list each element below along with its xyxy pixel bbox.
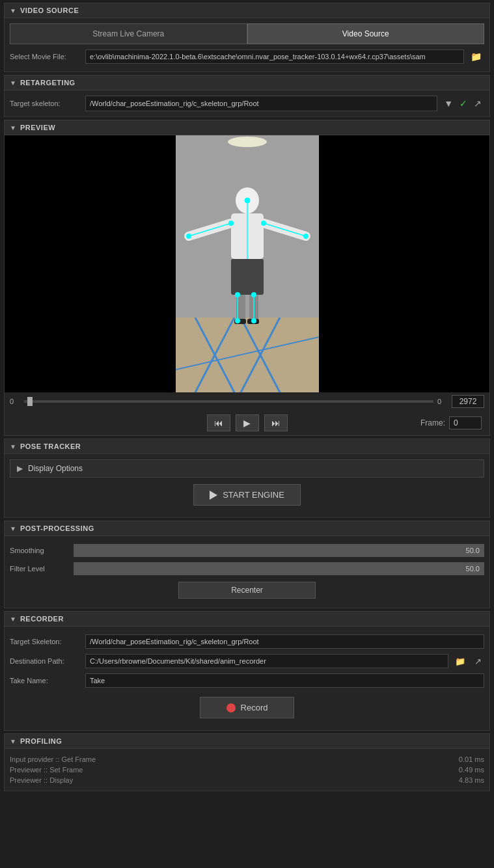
record-btn[interactable]: Record bbox=[200, 697, 295, 718]
recorder-target-label: Target Skeleton: bbox=[10, 638, 81, 645]
record-row: Record bbox=[10, 690, 484, 725]
play-btn[interactable]: ▶ bbox=[236, 414, 259, 431]
recorder-arrow: ▼ bbox=[10, 616, 16, 623]
profiling-body: Input provider :: Get Frame 0.01 ms Prev… bbox=[5, 749, 489, 791]
retargeting-title: RETARGETING bbox=[20, 79, 75, 87]
video-source-body: Stream Live Camera Video Source Select M… bbox=[5, 18, 489, 72]
video-source-section: ▼ VIDEO SOURCE Stream Live Camera Video … bbox=[4, 3, 490, 72]
pose-tracker-header[interactable]: ▼ POSE TRACKER bbox=[5, 439, 489, 454]
frame-label: Frame: bbox=[420, 418, 445, 427]
skeleton-check-icon: ✓ bbox=[460, 98, 467, 109]
recorder-take-label: Take Name: bbox=[10, 677, 81, 685]
profiling-header[interactable]: ▼ PROFILING bbox=[5, 734, 489, 749]
profiling-row-1: Previewer :: Set Frame 0.49 ms bbox=[10, 765, 484, 775]
prev-frame-btn[interactable]: ⏮ bbox=[207, 414, 230, 431]
recorder-title: RECORDER bbox=[20, 615, 64, 623]
pose-tracker-body: ▶ Display Options START ENGINE bbox=[5, 454, 489, 517]
start-engine-row: START ENGINE bbox=[10, 478, 484, 512]
video-source-tab[interactable]: Video Source bbox=[247, 23, 485, 44]
filter-slider[interactable]: 50.0 bbox=[74, 562, 484, 575]
retargeting-section: ▼ RETARGETING Target skeleton: ▼ ✓ ↗ bbox=[4, 75, 490, 117]
start-engine-btn[interactable]: START ENGINE bbox=[193, 484, 301, 506]
preview-header[interactable]: ▼ PREVIEW bbox=[5, 120, 489, 135]
recorder-section: ▼ RECORDER Target Skeleton: /World/char_… bbox=[4, 611, 490, 731]
profiling-label-2: Previewer :: Display bbox=[10, 776, 73, 784]
smoothing-slider[interactable]: 50.0 bbox=[74, 544, 484, 557]
total-frame: 2972 bbox=[452, 395, 484, 408]
filter-value: 50.0 bbox=[466, 565, 480, 573]
post-processing-body: Smoothing 50.0 Filter Level 50.0 Recente… bbox=[5, 536, 489, 608]
display-options-arrow-icon: ▶ bbox=[17, 464, 23, 473]
profiling-value-2: 4.83 ms bbox=[459, 776, 484, 784]
record-label: Record bbox=[241, 703, 268, 712]
frame-value-input[interactable] bbox=[449, 416, 482, 429]
video-source-title: VIDEO SOURCE bbox=[20, 7, 79, 14]
target-skeleton-input[interactable] bbox=[85, 96, 437, 111]
retargeting-body: Target skeleton: ▼ ✓ ↗ bbox=[5, 90, 489, 116]
skeleton-dropdown-btn[interactable]: ▼ bbox=[441, 97, 456, 110]
profiling-row-2: Previewer :: Display 4.83 ms bbox=[10, 775, 484, 785]
recorder-dest-label: Destination Path: bbox=[10, 657, 81, 665]
start-engine-label: START ENGINE bbox=[223, 490, 284, 500]
svg-rect-13 bbox=[231, 259, 264, 295]
smoothing-fill bbox=[74, 545, 484, 556]
movie-file-input[interactable] bbox=[85, 49, 464, 64]
movie-file-label: Select Movie File: bbox=[10, 53, 81, 61]
recorder-header[interactable]: ▼ RECORDER bbox=[5, 612, 489, 627]
frame-label-group: Frame: bbox=[420, 416, 482, 429]
scrubber-thumb[interactable] bbox=[27, 397, 33, 406]
recorder-take-row: Take Name: bbox=[10, 671, 484, 690]
video-source-header[interactable]: ▼ VIDEO SOURCE bbox=[5, 3, 489, 18]
video-source-arrow: ▼ bbox=[10, 7, 16, 14]
profiling-value-0: 0.01 ms bbox=[459, 755, 484, 763]
smoothing-row: Smoothing 50.0 bbox=[10, 541, 484, 560]
post-processing-section: ▼ POST-PROCESSING Smoothing 50.0 Filter … bbox=[4, 521, 490, 608]
smoothing-value: 50.0 bbox=[466, 547, 480, 554]
skeleton-extern-btn[interactable]: ↗ bbox=[471, 97, 484, 110]
next-frame-btn[interactable]: ⏭ bbox=[264, 414, 288, 431]
dest-extern-btn[interactable]: ↗ bbox=[472, 655, 484, 668]
post-processing-arrow: ▼ bbox=[10, 525, 16, 532]
scrubber-track[interactable] bbox=[24, 400, 433, 403]
preview-container bbox=[5, 135, 489, 392]
profiling-title: PROFILING bbox=[20, 737, 62, 745]
folder-button[interactable]: 📁 bbox=[468, 50, 484, 63]
mid-frame: 0 bbox=[437, 398, 448, 405]
recorder-body: Target Skeleton: /World/char_poseEstimat… bbox=[5, 627, 489, 730]
profiling-arrow: ▼ bbox=[10, 738, 16, 745]
transport-row: ⏮ ▶ ⏭ Frame: bbox=[5, 411, 489, 435]
profiling-value-1: 0.49 ms bbox=[459, 766, 484, 774]
preview-image bbox=[176, 135, 319, 392]
recorder-dest-row: Destination Path: C:/Users/rbrowne/Docum… bbox=[10, 651, 484, 671]
dest-folder-btn[interactable]: 📁 bbox=[452, 655, 468, 668]
preview-title: PREVIEW bbox=[20, 124, 55, 131]
profiling-label-1: Previewer :: Set Frame bbox=[10, 766, 83, 774]
record-dot-icon bbox=[226, 703, 236, 712]
post-processing-title: POST-PROCESSING bbox=[20, 524, 94, 532]
stream-live-camera-tab[interactable]: Stream Live Camera bbox=[10, 23, 247, 44]
pose-tracker-title: POSE TRACKER bbox=[20, 442, 81, 450]
pose-tracker-arrow: ▼ bbox=[10, 443, 16, 450]
movie-file-row: Select Movie File: 📁 bbox=[10, 49, 484, 64]
recorder-target-row: Target Skeleton: /World/char_poseEstimat… bbox=[10, 632, 484, 651]
display-options-row[interactable]: ▶ Display Options bbox=[10, 459, 484, 478]
profiling-row-0: Input provider :: Get Frame 0.01 ms bbox=[10, 754, 484, 765]
profiling-label-0: Input provider :: Get Frame bbox=[10, 755, 96, 763]
filter-fill bbox=[74, 563, 484, 575]
pose-tracker-section: ▼ POSE TRACKER ▶ Display Options START E… bbox=[4, 439, 490, 518]
svg-point-8 bbox=[228, 137, 267, 147]
profiling-section: ▼ PROFILING Input provider :: Get Frame … bbox=[4, 733, 490, 791]
retargeting-header[interactable]: ▼ RETARGETING bbox=[5, 75, 489, 90]
smoothing-label: Smoothing bbox=[10, 547, 68, 554]
recorder-take-input[interactable] bbox=[85, 673, 484, 688]
display-options-label: Display Options bbox=[28, 464, 83, 473]
recenter-btn[interactable]: Recenter bbox=[178, 582, 316, 599]
recorder-dest-value: C:/Users/rbrowne/Documents/Kit/shared/an… bbox=[85, 654, 448, 668]
tab-row: Stream Live Camera Video Source bbox=[10, 23, 484, 44]
start-engine-icon bbox=[210, 491, 217, 500]
retargeting-arrow: ▼ bbox=[10, 79, 16, 87]
filter-label: Filter Level bbox=[10, 565, 68, 573]
target-skeleton-row: Target skeleton: ▼ ✓ ↗ bbox=[10, 96, 484, 111]
preview-arrow: ▼ bbox=[10, 124, 16, 131]
post-processing-header[interactable]: ▼ POST-PROCESSING bbox=[5, 521, 489, 536]
